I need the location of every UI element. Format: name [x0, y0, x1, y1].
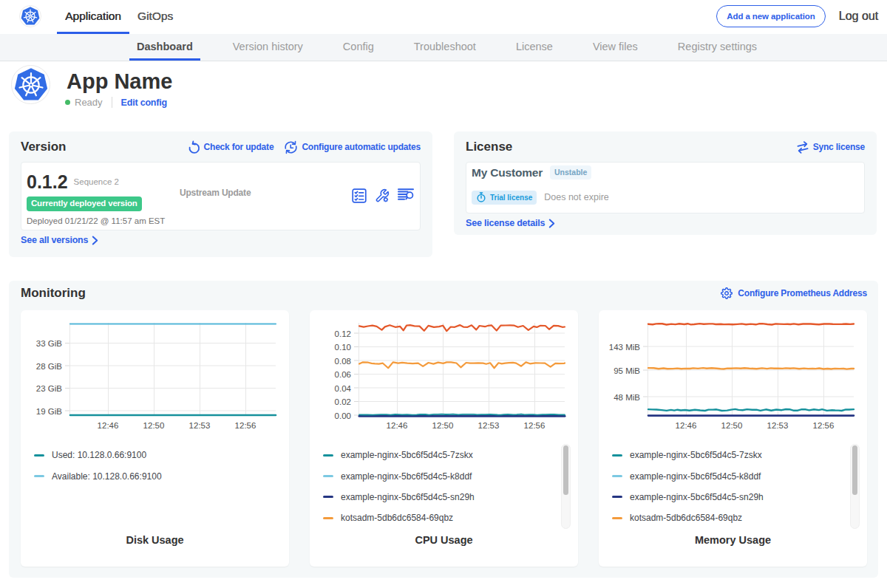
svg-text:12:50: 12:50	[432, 421, 454, 430]
svg-text:12:50: 12:50	[721, 421, 743, 430]
svg-text:12:56: 12:56	[235, 421, 256, 430]
svg-text:12:56: 12:56	[524, 421, 546, 430]
svg-text:28 GiB: 28 GiB	[36, 362, 62, 371]
svg-text:23 GiB: 23 GiB	[36, 384, 62, 393]
svg-text:12:46: 12:46	[98, 421, 119, 430]
svg-text:12:53: 12:53	[478, 421, 500, 430]
svg-text:0.12: 0.12	[335, 329, 351, 338]
svg-text:0.02: 0.02	[335, 397, 351, 406]
svg-text:12:53: 12:53	[189, 421, 211, 430]
svg-text:0.06: 0.06	[335, 370, 351, 379]
svg-text:12:50: 12:50	[143, 421, 165, 430]
svg-text:95 MiB: 95 MiB	[614, 366, 640, 375]
svg-text:33 GiB: 33 GiB	[36, 339, 62, 348]
svg-text:19 GiB: 19 GiB	[36, 407, 62, 416]
svg-text:0.00: 0.00	[335, 411, 351, 420]
svg-text:12:46: 12:46	[676, 421, 697, 430]
svg-text:12:53: 12:53	[767, 421, 789, 430]
svg-text:12:46: 12:46	[387, 421, 408, 430]
svg-text:0.04: 0.04	[335, 384, 352, 393]
svg-text:0.08: 0.08	[335, 357, 351, 366]
svg-text:143 MiB: 143 MiB	[609, 343, 641, 352]
svg-text:48 MiB: 48 MiB	[614, 393, 640, 402]
svg-text:12:56: 12:56	[813, 421, 835, 430]
svg-text:0.10: 0.10	[335, 343, 351, 352]
